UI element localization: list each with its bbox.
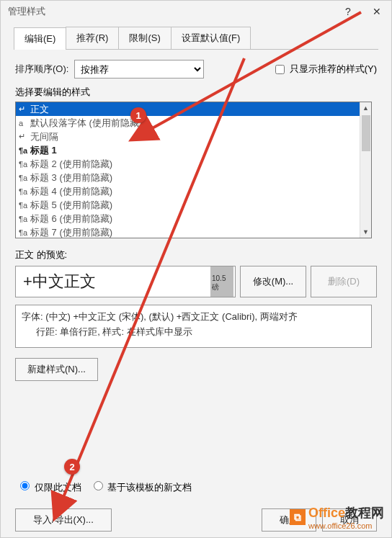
titlebar: 管理样式 ? ✕ — [1, 1, 391, 22]
tab-edit[interactable]: 编辑(E) — [14, 27, 66, 50]
sort-label: 排序顺序(O): — [15, 63, 68, 76]
tab-strip: 编辑(E) 推荐(R) 限制(S) 设置默认值(F) — [14, 27, 378, 50]
style-item[interactable]: ¶a标题 5 (使用前隐藏) — [16, 198, 371, 212]
sort-select[interactable]: 按推荐 — [74, 60, 204, 79]
modify-button[interactable]: 修改(M)... — [240, 266, 306, 297]
style-item[interactable]: ¶a标题 3 (使用前隐藏) — [16, 171, 371, 184]
manage-styles-dialog: 管理样式 ? ✕ 编辑(E) 推荐(R) 限制(S) 设置默认值(F) 排序顺序… — [0, 0, 392, 538]
select-style-label: 选择要编辑的样式 — [15, 86, 377, 99]
style-item-selected[interactable]: ↵ 正文 — [16, 102, 371, 116]
tab-restrict[interactable]: 限制(S) — [118, 27, 171, 49]
show-recommended-label: 只显示推荐的样式(Y) — [290, 63, 377, 76]
preview-label: 正文 的预览: — [15, 248, 377, 261]
style-item[interactable]: ¶a标题 1 — [16, 143, 371, 157]
style-list[interactable]: ↵ 正文 a默认段落字体 (使用前隐藏) ↵无间隔 ¶a标题 1 ¶a标题 2 … — [15, 102, 372, 238]
preview-size: 10.5 磅 — [210, 266, 233, 297]
callout-2: 2 — [64, 459, 80, 475]
style-item[interactable]: ¶a标题 6 (使用前隐藏) — [16, 212, 371, 225]
preview-box: +中文正文 10.5 磅 — [15, 266, 236, 297]
scroll-down-icon[interactable]: ▼ — [360, 226, 371, 238]
style-item[interactable]: a默认段落字体 (使用前隐藏) — [16, 116, 371, 130]
style-item[interactable]: ¶a标题 4 (使用前隐藏) — [16, 184, 371, 198]
style-item[interactable]: ¶a标题 2 (使用前隐藏) — [16, 157, 371, 171]
scope-radios: 仅限此文档 基于该模板的新文档 — [17, 479, 192, 494]
scroll-up-icon[interactable]: ▲ — [360, 102, 371, 114]
tab-defaults[interactable]: 设置默认值(F) — [171, 27, 251, 49]
preview-text: +中文正文 — [23, 271, 96, 292]
callout-1: 1 — [130, 107, 146, 123]
watermark: ⧉ Office教程网 www.office26.com — [288, 504, 384, 530]
new-style-button[interactable]: 新建样式(N)... — [15, 358, 98, 381]
help-button[interactable]: ? — [334, 1, 362, 22]
delete-button: 删除(D) — [311, 266, 377, 297]
style-item[interactable]: ↵无间隔 — [16, 130, 371, 143]
close-button[interactable]: ✕ — [362, 1, 391, 22]
style-item[interactable]: ¶a标题 7 (使用前隐藏) — [16, 225, 371, 238]
tab-recommend[interactable]: 推荐(R) — [66, 27, 119, 49]
show-recommended-checkbox[interactable] — [275, 65, 285, 74]
import-export-button[interactable]: 导入/导出(X)... — [15, 508, 112, 532]
radio-template[interactable]: 基于该模板的新文档 — [90, 479, 192, 494]
office-logo-icon: ⧉ — [290, 509, 306, 525]
style-description: 字体: (中文) +中文正文 (宋体), (默认) +西文正文 (Calibri… — [15, 305, 372, 348]
radio-doc-only[interactable]: 仅限此文档 — [17, 479, 81, 494]
style-list-scrollbar[interactable]: ▲ ▼ — [360, 102, 371, 238]
dialog-title: 管理样式 — [8, 5, 45, 18]
scroll-thumb[interactable] — [362, 115, 370, 151]
tab-content: 排序顺序(O): 按推荐 只显示推荐的样式(Y) 选择要编辑的样式 ↵ 正文 a… — [1, 50, 391, 388]
